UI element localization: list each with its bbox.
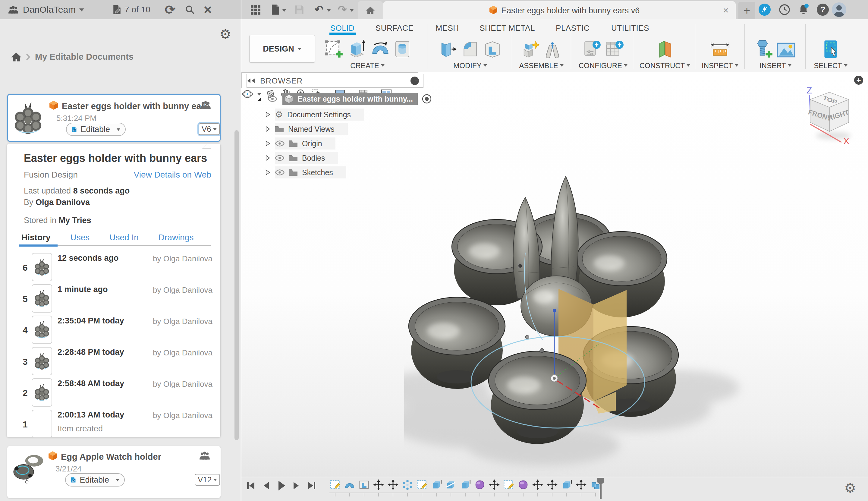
history-row[interactable]: 5 1 minute ago by Olga Danilova: [7, 284, 221, 313]
history-thumbnail-empty[interactable]: [32, 410, 52, 438]
history-row[interactable]: 1 2:00:13 AM today by Olga Danilova Item…: [7, 410, 221, 439]
move-feature-icon[interactable]: [546, 479, 558, 490]
view-details-link[interactable]: View Details on Web: [134, 170, 211, 180]
group-dropdown[interactable]: CONSTRUCT: [636, 62, 694, 70]
panel-settings-gear-icon[interactable]: ⚙: [219, 28, 231, 41]
configure-icon[interactable]: [582, 39, 602, 59]
hole-icon[interactable]: [394, 39, 411, 59]
version-dropdown[interactable]: V6: [199, 123, 220, 135]
extrude-feature-icon[interactable]: [561, 479, 572, 490]
configuration-table-icon[interactable]: [604, 39, 624, 59]
move-feature-icon[interactable]: [575, 479, 587, 490]
browser-node-origin[interactable]: Origin: [266, 137, 335, 150]
form-feature-icon[interactable]: [474, 479, 485, 490]
step-back-icon[interactable]: [261, 480, 271, 491]
history-thumbnail[interactable]: [32, 316, 52, 344]
shell-icon[interactable]: [483, 39, 502, 59]
workspace-selector[interactable]: DESIGN: [249, 35, 315, 63]
group-dropdown[interactable]: ASSEMBLE: [514, 62, 568, 70]
ribbon-tab-sheet-metal[interactable]: SHEET METAL: [480, 23, 535, 33]
collapse-panel-icon[interactable]: [247, 78, 255, 84]
insert-image-icon[interactable]: [776, 41, 796, 59]
browser-node-sketches[interactable]: Sketches: [266, 167, 346, 179]
sketch-feature-icon[interactable]: [416, 479, 428, 490]
group-dropdown[interactable]: INSERT: [748, 62, 803, 70]
tab-uses[interactable]: Uses: [70, 233, 89, 242]
timeline-playhead[interactable]: [597, 478, 605, 500]
root-node-label[interactable]: Easter eggs holder with bunny...: [282, 93, 418, 105]
group-dropdown[interactable]: SELECT: [808, 62, 853, 70]
shared-people-icon[interactable]: [199, 451, 210, 460]
fillet-icon[interactable]: [460, 39, 480, 59]
minimize-browser-icon[interactable]: −: [410, 77, 419, 85]
shared-people-icon[interactable]: [200, 100, 211, 109]
skip-to-end-icon[interactable]: [307, 480, 317, 491]
panel-scrollbar[interactable]: [235, 130, 239, 440]
browser-node-document-settings[interactable]: ⚙ Document Settings: [266, 108, 364, 120]
move-feature-icon[interactable]: [387, 479, 399, 490]
history-row[interactable]: 4 2:35:04 PM today by Olga Danilova: [7, 316, 221, 344]
notifications-bell-icon[interactable]: [797, 3, 810, 16]
tab-used-in[interactable]: Used In: [109, 233, 139, 242]
document-title[interactable]: Easter eggs holder with bunny ears: [62, 101, 210, 111]
new-component-icon[interactable]: [522, 39, 541, 59]
chevron-down-icon[interactable]: [327, 9, 331, 13]
browser-header[interactable]: BROWSER −: [247, 74, 424, 88]
move-feature-icon[interactable]: [532, 479, 544, 490]
viewport[interactable]: BROWSER − Easter eggs holder with bunny.…: [242, 72, 868, 477]
new-file-icon[interactable]: [271, 4, 280, 15]
shell-feature-icon[interactable]: [358, 479, 370, 490]
extrude-feature-icon[interactable]: [431, 479, 442, 490]
ribbon-tab-surface[interactable]: SURFACE: [376, 23, 414, 33]
revolve-feature-icon[interactable]: [344, 479, 355, 490]
browser-node-bodies[interactable]: Bodies: [266, 152, 338, 164]
home-tab[interactable]: [358, 1, 383, 19]
ribbon-tab-mesh[interactable]: MESH: [436, 23, 459, 33]
home-icon[interactable]: [11, 52, 22, 62]
job-status-clock-icon[interactable]: [779, 4, 791, 16]
breadcrumb-folder[interactable]: My Editable Documents: [35, 52, 133, 62]
search-icon[interactable]: [185, 5, 195, 14]
save-icon[interactable]: [294, 5, 304, 14]
document-card-selected[interactable]: Easter eggs holder with bunny ears 5:31:…: [7, 94, 221, 142]
collapsed-node-icon[interactable]: [266, 155, 270, 161]
history-row[interactable]: 6 12 seconds ago by Olga Danilova: [7, 253, 221, 282]
ribbon-tab-solid[interactable]: SOLID: [330, 23, 355, 33]
help-icon[interactable]: ?: [817, 4, 829, 16]
revolve-icon[interactable]: [370, 39, 391, 59]
create-sketch-icon[interactable]: [324, 39, 344, 59]
timeline-settings-gear-icon[interactable]: ⚙: [844, 481, 856, 495]
version-dropdown[interactable]: V12: [195, 474, 220, 486]
team-switcher[interactable]: DanOlaTeam: [8, 4, 84, 15]
insert-fastener-icon[interactable]: [755, 39, 773, 59]
app-grid-icon[interactable]: [250, 5, 261, 15]
history-thumbnail[interactable]: [32, 347, 52, 375]
browser-node-named-views[interactable]: Named Views: [266, 123, 348, 135]
close-tab-icon[interactable]: ×: [723, 6, 729, 15]
press-pull-icon[interactable]: [439, 39, 457, 59]
collapsed-node-icon[interactable]: [266, 126, 270, 132]
stored-folder[interactable]: My Tries: [59, 216, 91, 225]
move-feature-icon[interactable]: [489, 479, 500, 490]
history-row[interactable]: 3 2:28:48 PM today by Olga Danilova: [7, 347, 221, 376]
tab-history[interactable]: History: [21, 233, 50, 242]
select-icon[interactable]: [822, 39, 839, 59]
step-forward-icon[interactable]: [292, 480, 301, 491]
tab-drawings[interactable]: Drawings: [159, 233, 194, 242]
redo-icon[interactable]: ↷: [338, 4, 347, 15]
browser-root-node[interactable]: Easter eggs holder with bunny...: [257, 93, 431, 105]
collapsed-node-icon[interactable]: [266, 169, 270, 175]
timeline-ruler[interactable]: [330, 492, 601, 498]
group-dropdown[interactable]: INSPECT: [698, 62, 742, 70]
extrude-feature-icon[interactable]: [460, 479, 471, 490]
status-dropdown[interactable]: Editable: [65, 473, 125, 487]
play-icon[interactable]: [276, 480, 286, 492]
document-title[interactable]: Egg Apple Watch holder: [61, 452, 161, 462]
visibility-eye-icon[interactable]: [275, 154, 285, 161]
split-body-feature-icon[interactable]: [445, 479, 457, 490]
joint-icon[interactable]: [544, 39, 561, 59]
ribbon-tab-utilities[interactable]: UTILITIES: [611, 23, 649, 33]
chevron-down-icon[interactable]: [350, 9, 354, 13]
measure-icon[interactable]: [709, 39, 731, 59]
activate-component-radio[interactable]: [422, 94, 431, 104]
